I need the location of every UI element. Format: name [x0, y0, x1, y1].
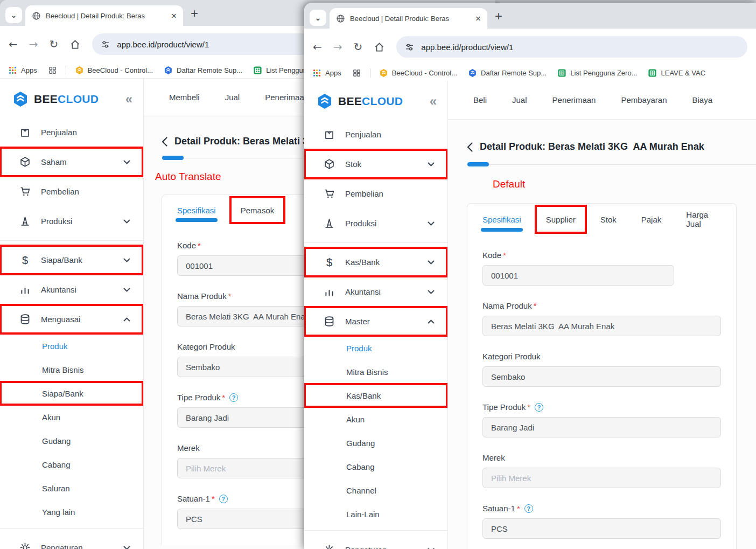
sidebar-item-label: Penjualan: [41, 128, 77, 137]
bookmark-grid-folder[interactable]: [48, 66, 57, 75]
browser-tab[interactable]: Beecloud | Detail Produk: Beras ×: [330, 8, 487, 29]
help-icon[interactable]: ?: [219, 495, 228, 503]
new-tab-button[interactable]: +: [495, 9, 502, 24]
page-content: Detail Produk: Beras Melati 3KG AA Murah…: [448, 120, 756, 549]
reload-button[interactable]: ↻: [50, 39, 59, 50]
browser-tab[interactable]: Beecloud | Detail Produk: Beras ×: [25, 5, 183, 26]
help-icon[interactable]: ?: [229, 393, 238, 402]
sidebar-subitem-siapa-bank[interactable]: Siapa/Bank: [0, 381, 143, 405]
sidebar-item-siapa-bank[interactable]: $Siapa/Bank: [0, 245, 143, 275]
sidebar-subitem-saluran[interactable]: Saluran: [0, 476, 143, 500]
site-settings-icon[interactable]: [101, 40, 110, 49]
nav-penerimaan[interactable]: Penerimaan: [552, 95, 596, 105]
bookmark-grid-folder[interactable]: [352, 68, 361, 78]
tab-spesifikasi[interactable]: Spesifikasi: [165, 195, 228, 225]
sidebar-item-pembelian[interactable]: Pembelian: [0, 177, 143, 206]
bookmark-list-pengguna[interactable]: List Pengguna Zero...: [557, 68, 637, 78]
sidebar-item-pembelian[interactable]: Pembelian: [304, 179, 447, 209]
bookmarks-separator: [66, 66, 66, 75]
sidebar-item-saham[interactable]: Saham: [0, 147, 143, 177]
nav-penerimaan[interactable]: Penerimaan: [265, 93, 309, 102]
sidebar-item-akuntansi[interactable]: Akuntansi: [0, 275, 143, 304]
bookmark-daftar-remote[interactable]: Daftar Remote Sup...: [468, 68, 547, 78]
sidebar-subitem-kas-bank[interactable]: Kas/Bank: [304, 384, 447, 407]
bookmark-beecloud[interactable]: BeeCloud - Control...: [379, 68, 457, 78]
bookmark-label: Daftar Remote Sup...: [481, 69, 547, 77]
tab-supplier[interactable]: Supplier: [534, 204, 588, 235]
sidebar-item-penjualan[interactable]: Penjualan: [304, 120, 447, 149]
sidebar-subitem-mitra-bisnis[interactable]: Mitra Bisnis: [0, 358, 143, 381]
help-icon[interactable]: ?: [524, 504, 533, 513]
sidebar-item-produksi[interactable]: Produksi: [304, 209, 447, 238]
tab-pemasok[interactable]: Pemasok: [228, 195, 287, 225]
tab-spesifikasi[interactable]: Spesifikasi: [470, 204, 534, 235]
bookmark-daftar-remote[interactable]: Daftar Remote Sup...: [164, 66, 242, 75]
sidebar-item-menguasai[interactable]: Menguasai: [0, 304, 143, 334]
field-label-nama-produk: Nama Produk*: [482, 301, 721, 310]
sidebar-subitem-cabang[interactable]: Cabang: [0, 453, 143, 476]
home-button[interactable]: [374, 41, 385, 53]
back-button[interactable]: ←: [313, 41, 322, 52]
satuan-input[interactable]: [482, 518, 721, 539]
forward-button[interactable]: →: [333, 41, 342, 52]
tipe-produk-input[interactable]: [482, 417, 721, 437]
sidebar-item-pengaturan[interactable]: Pengaturan: [0, 533, 143, 549]
bookmark-beecloud[interactable]: BeeCloud - Control...: [75, 66, 153, 75]
sidebar-collapse-icon[interactable]: «: [125, 93, 132, 106]
nav-pembayaran[interactable]: Pembayaran: [621, 95, 667, 105]
nav-jual[interactable]: Jual: [512, 95, 527, 105]
tab-harga-jual[interactable]: Harga Jual: [674, 204, 736, 235]
sidebar-subitem-cabang[interactable]: Cabang: [304, 455, 447, 478]
sidebar-subitem-channel[interactable]: Channel: [304, 478, 447, 502]
tab-title: Beecloud | Detail Produk: Beras: [350, 15, 471, 23]
tab-close-icon[interactable]: ×: [475, 14, 481, 23]
nav-jual[interactable]: Jual: [225, 93, 240, 102]
nav-biaya[interactable]: Biaya: [692, 95, 713, 105]
sidebar-subitem-yang-lain[interactable]: Yang lain: [0, 500, 143, 524]
sidebar-subitem-akun[interactable]: Akun: [0, 405, 143, 429]
required-asterisk: *: [534, 301, 537, 310]
sidebar-item-master[interactable]: Master: [304, 307, 447, 336]
sidebar-subitem-gudang[interactable]: Gudang: [0, 429, 143, 453]
sidebar-item-akuntansi[interactable]: Akuntansi: [304, 277, 447, 307]
bookmark-leave[interactable]: LEAVE & VAC: [648, 68, 705, 78]
kategori-input[interactable]: [482, 366, 721, 387]
sidebar-item-produksi[interactable]: Produksi: [0, 206, 143, 236]
sidebar-subitem-gudang[interactable]: Gudang: [304, 431, 447, 455]
back-chevron-icon[interactable]: [467, 142, 473, 152]
help-icon[interactable]: ?: [535, 403, 543, 412]
nama-produk-input[interactable]: [482, 316, 721, 336]
cube-icon: [19, 156, 31, 168]
beecloud-logo-icon: [316, 93, 333, 110]
tab-pajak[interactable]: Pajak: [629, 204, 674, 235]
tab-search-chevron-button[interactable]: ⌄: [310, 10, 326, 26]
nav-beli[interactable]: Beli: [473, 95, 487, 105]
sidebar-item-pengaturan[interactable]: Pengaturan: [304, 535, 447, 549]
url-text: app.bee.id/product/view/1: [117, 40, 209, 49]
sidebar-subitem-produk[interactable]: Produk: [304, 336, 447, 360]
new-tab-button[interactable]: +: [191, 6, 198, 21]
tab-close-icon[interactable]: ×: [171, 11, 177, 20]
sidebar-subitem-lain-lain[interactable]: Lain-Lain: [304, 502, 447, 526]
site-settings-icon[interactable]: [405, 43, 414, 52]
back-button[interactable]: ←: [9, 39, 18, 50]
kode-input[interactable]: [482, 265, 674, 286]
forward-button[interactable]: →: [29, 39, 38, 50]
nav-membeli[interactable]: Membeli: [169, 93, 200, 102]
address-bar[interactable]: app.bee.id/product/view/1: [396, 36, 747, 58]
home-button[interactable]: [69, 39, 81, 50]
reload-button[interactable]: ↻: [354, 41, 363, 52]
sidebar-collapse-icon[interactable]: «: [430, 95, 437, 108]
sidebar-item-kas-bank[interactable]: $Kas/Bank: [304, 247, 447, 277]
back-chevron-icon[interactable]: [162, 137, 167, 147]
bookmark-apps[interactable]: Apps: [8, 66, 37, 75]
bookmark-apps[interactable]: Apps: [312, 68, 341, 78]
sidebar-item-stok[interactable]: Stok: [304, 149, 447, 179]
sidebar-subitem-produk[interactable]: Produk: [0, 334, 143, 358]
sidebar-subitem-mitra-bisnis[interactable]: Mitra Bisnis: [304, 360, 447, 384]
tab-stok[interactable]: Stok: [588, 204, 629, 235]
sidebar-subitem-akun[interactable]: Akun: [304, 407, 447, 431]
merek-input[interactable]: [482, 468, 721, 488]
tab-search-chevron-button[interactable]: ⌄: [5, 7, 22, 23]
sidebar-item-penjualan[interactable]: Penjualan: [0, 117, 143, 147]
